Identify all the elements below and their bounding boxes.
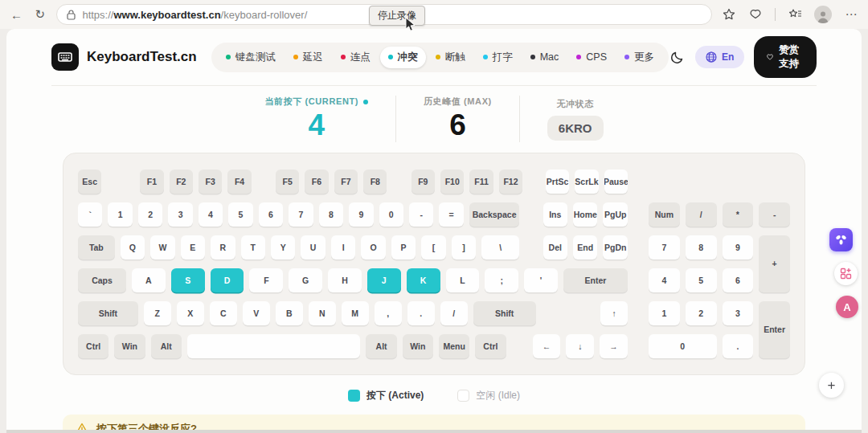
nav-item-打字[interactable]: 打字 (475, 47, 521, 68)
dark-mode-toggle[interactable] (669, 44, 686, 70)
nav-dot-icon (388, 55, 393, 59)
nav-dot-icon (436, 55, 440, 59)
main-nav: 键盘测试延迟连点冲突断触打字MacCPS更多 (211, 43, 669, 72)
numpad-key-0: 0 (649, 334, 717, 358)
keyboard-numpad: Num/*-789+456123Enter0. (649, 202, 790, 358)
key-win-right: Win (403, 334, 433, 358)
translate-widget-icon[interactable]: A (836, 296, 858, 318)
key-F2: F2 (170, 170, 193, 194)
key-space (187, 334, 361, 358)
key-0: 0 (379, 202, 403, 227)
key-Y: Y (271, 235, 295, 259)
key-O: O (361, 235, 385, 259)
key-1: 1 (108, 202, 132, 227)
lock-icon (67, 10, 76, 20)
key-F1: F1 (140, 170, 163, 194)
key-6: 6 (259, 202, 283, 227)
nav-item-label: 延迟 (303, 51, 323, 64)
extension-app-icon[interactable] (829, 228, 853, 251)
key-G: G (289, 268, 322, 292)
url-domain: www.keyboardtest.cn (113, 9, 220, 21)
numpad-key-1: 1 (649, 301, 680, 325)
bottom-scrollbar[interactable] (6, 430, 862, 433)
language-switcher[interactable]: En (695, 46, 744, 68)
nav-item-label: 连点 (350, 51, 371, 64)
key-W: W (150, 235, 174, 259)
nav-item-键盘测试[interactable]: 键盘测试 (218, 47, 284, 68)
keyboard-logo-icon (51, 43, 79, 71)
stat-max: 历史峰值 (MAX) 6 (396, 96, 519, 143)
nkro-badge: 6KRO (547, 116, 604, 141)
globe-icon (706, 51, 717, 63)
key-Tab: Tab (78, 235, 115, 259)
zoom-plus-button[interactable]: + (819, 373, 844, 398)
nav-dot-icon (226, 55, 231, 59)
favorite-star-icon[interactable] (722, 7, 736, 22)
numpad-key-6: 6 (723, 268, 754, 292)
brand[interactable]: KeyboardTest.cn (51, 43, 197, 71)
numpad-key-5: 5 (686, 268, 717, 292)
back-icon[interactable]: ← (10, 7, 23, 22)
profile-avatar[interactable] (814, 6, 832, 23)
nav-item-label: 冲突 (398, 51, 418, 64)
browser-toolbar: ← ↻ https://www.keyboardtest.cn/keyboard… (0, 0, 868, 29)
key--: - (409, 202, 433, 227)
favorites-bar-icon[interactable] (788, 7, 802, 22)
keyboard-row: `1234567890-=BackspaceInsHomePgUp (78, 202, 628, 227)
nav-item-延迟[interactable]: 延迟 (285, 47, 331, 68)
numpad-key-9: 9 (723, 235, 754, 259)
numpad-key-Enter: Enter (759, 301, 790, 358)
url-text: https://www.keyboardtest.cn/keyboard-rol… (82, 9, 307, 21)
brand-name: KeyboardTest.cn (87, 49, 197, 65)
key-F10: F10 (440, 170, 464, 194)
key-3: 3 (168, 202, 192, 227)
browser-essentials-icon[interactable] (748, 7, 763, 22)
key-Del: Del (543, 235, 567, 259)
key-F: F (249, 268, 283, 292)
key-Menu: Menu (439, 334, 469, 358)
key-P: P (391, 235, 416, 259)
webpage: KeyboardTest.cn 键盘测试延迟连点冲突断触打字MacCPS更多 E… (6, 29, 862, 433)
key-arrow-up: ↑ (600, 301, 628, 325)
nav-dot-icon (624, 55, 629, 59)
nav-dot-icon (530, 55, 535, 59)
nav-item-CPS[interactable]: CPS (568, 47, 615, 67)
key-Esc: Esc (78, 170, 101, 194)
reload-icon[interactable]: ↻ (33, 7, 47, 22)
key-Backspace: Backspace (469, 202, 519, 227)
nav-item-断触[interactable]: 断触 (428, 47, 473, 68)
menu-ellipsis-icon[interactable]: ⋯ (844, 7, 858, 22)
key-C: C (210, 301, 237, 325)
key-4: 4 (199, 202, 223, 227)
numpad-key-7: 7 (649, 235, 680, 259)
stats-row: 当前按下 (CURRENT) 4 历史峰值 (MAX) 6 无冲状态 6KRO (51, 86, 817, 149)
key-.: . (407, 301, 435, 325)
support-button[interactable]: 赞赏支持 (754, 36, 817, 78)
key-Win: Win (114, 334, 145, 358)
key-Ins: Ins (543, 202, 567, 227)
key-T: T (241, 235, 265, 259)
key-X: X (177, 301, 204, 325)
key-Alt: Alt (151, 334, 182, 358)
keyboard-main: EscF1F2F3F4F5F6F7F8F9F10F11F12PrtScScrLk… (78, 170, 628, 358)
legend-active: 按下 (Active) (348, 389, 424, 402)
header-actions: En 赞赏支持 (669, 36, 817, 78)
legend-active-label: 按下 (Active) (366, 389, 424, 402)
stat-max-label: 历史峰值 (MAX) (424, 96, 492, 108)
numpad-key-+: + (759, 235, 790, 292)
key-ScrLk: ScrLk (575, 170, 598, 194)
key-F12: F12 (499, 170, 522, 194)
key-F3: F3 (199, 170, 222, 194)
collect-widget-icon[interactable] (834, 262, 858, 285)
nav-item-冲突[interactable]: 冲突 (380, 47, 426, 68)
nav-item-连点[interactable]: 连点 (333, 47, 379, 68)
nav-item-更多[interactable]: 更多 (616, 47, 662, 68)
numpad-key-.: . (723, 334, 754, 358)
key-S: S (171, 268, 205, 292)
key-arrow-right: → (600, 334, 628, 358)
key-arrow-down: ↓ (566, 334, 594, 358)
numpad-key--: - (759, 202, 790, 227)
key-A: A (132, 268, 166, 292)
nav-item-Mac[interactable]: Mac (522, 47, 567, 67)
key-alt-right: Alt (366, 334, 396, 358)
